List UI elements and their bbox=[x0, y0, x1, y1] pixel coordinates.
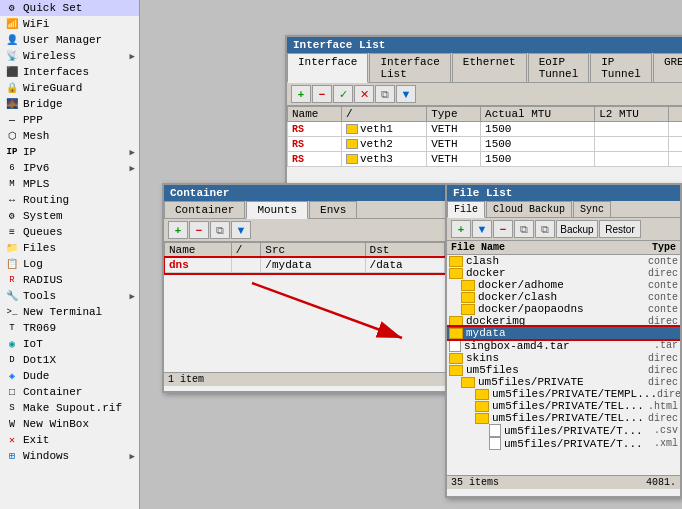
sidebar-item-mesh[interactable]: ⬡ Mesh bbox=[0, 128, 139, 144]
sidebar-item-newterminal[interactable]: >_ New Terminal bbox=[0, 304, 139, 320]
l2mtu-cell bbox=[595, 122, 669, 137]
list-item[interactable]: singbox-amd4.tar .tar bbox=[447, 339, 680, 352]
sidebar-item-files[interactable]: 📁 Files bbox=[0, 240, 139, 256]
sidebar-item-interfaces[interactable]: ⬛ Interfaces bbox=[0, 64, 139, 80]
container-window: Container Container Mounts Envs + − ⧉ ▼ … bbox=[162, 183, 447, 393]
sidebar-item-log[interactable]: 📋 Log bbox=[0, 256, 139, 272]
list-item[interactable]: docker/clash conte bbox=[447, 291, 680, 303]
tab-eoip[interactable]: EoIP Tunnel bbox=[528, 53, 590, 82]
list-item[interactable]: um5files/PRIVATE direc bbox=[447, 376, 680, 388]
remove-mount-button[interactable]: − bbox=[189, 221, 209, 239]
list-item[interactable]: um5files/PRIVATE/T... .xml bbox=[447, 437, 680, 450]
list-item[interactable]: docker/adhome conte bbox=[447, 279, 680, 291]
status-cell: RS bbox=[288, 137, 342, 152]
add-file-button[interactable]: + bbox=[451, 220, 471, 238]
sidebar-item-queues[interactable]: ≡ Queues bbox=[0, 224, 139, 240]
add-button[interactable]: + bbox=[291, 85, 311, 103]
col-type: Type bbox=[427, 107, 481, 122]
col-type: Type bbox=[648, 241, 680, 254]
list-item[interactable]: docker direc bbox=[447, 267, 680, 279]
sidebar-item-container[interactable]: □ Container bbox=[0, 384, 139, 400]
filter-mount-button[interactable]: ▼ bbox=[231, 221, 251, 239]
copy-mount-button[interactable]: ⧉ bbox=[210, 221, 230, 239]
file-type: direc bbox=[648, 377, 678, 388]
list-item[interactable]: skins direc bbox=[447, 352, 680, 364]
tab-container[interactable]: Container bbox=[164, 201, 245, 218]
sidebar-item-newwinbox[interactable]: W New WinBox bbox=[0, 416, 139, 432]
ipv6-arrow: ▶ bbox=[130, 163, 135, 174]
interfaces-icon: ⬛ bbox=[4, 65, 20, 79]
wireguard-icon: 🔒 bbox=[4, 81, 20, 95]
restore-button[interactable]: Restor bbox=[599, 220, 641, 238]
sidebar-item-tr069[interactable]: T TR069 bbox=[0, 320, 139, 336]
table-row[interactable]: RS veth3 VETH 1500 bbox=[288, 152, 683, 167]
tab-ip-tunnel[interactable]: IP Tunnel bbox=[590, 53, 652, 82]
list-item[interactable]: um5files/PRIVATE/TEL... direc bbox=[447, 412, 680, 424]
remove-file-button[interactable]: − bbox=[493, 220, 513, 238]
interface-list-toolbar: + − ✓ ✕ ⧉ ▼ bbox=[287, 83, 682, 106]
table-row[interactable]: dns /mydata /data bbox=[165, 258, 445, 273]
sidebar-item-iot[interactable]: ◉ IoT bbox=[0, 336, 139, 352]
tab-cloud-backup[interactable]: Cloud Backup bbox=[486, 201, 572, 217]
file-type: direc bbox=[648, 316, 678, 327]
tab-envs[interactable]: Envs bbox=[309, 201, 357, 218]
tr069-icon: T bbox=[4, 321, 20, 335]
remove-button[interactable]: − bbox=[312, 85, 332, 103]
list-item[interactable]: um5files/PRIVATE/T... .csv bbox=[447, 424, 680, 437]
copy2-file-button[interactable]: ⧉ bbox=[535, 220, 555, 238]
sidebar-item-routing[interactable]: ↔ Routing bbox=[0, 192, 139, 208]
sidebar-item-quickset[interactable]: ⚙ Quick Set bbox=[0, 0, 139, 16]
sidebar-item-ipv6[interactable]: 6 IPv6 ▶ bbox=[0, 160, 139, 176]
list-item[interactable]: clash conte bbox=[447, 255, 680, 267]
sidebar-item-system[interactable]: ⚙ System bbox=[0, 208, 139, 224]
sidebar-item-wireless[interactable]: 📡 Wireless ▶ bbox=[0, 48, 139, 64]
table-row[interactable]: RS veth2 VETH 1500 bbox=[288, 137, 683, 152]
file-name: docker/clash bbox=[478, 291, 557, 303]
tab-interface[interactable]: Interface bbox=[287, 53, 368, 83]
dropdown-button[interactable]: ▼ bbox=[472, 220, 492, 238]
sidebar-item-bridge[interactable]: 🌉 Bridge bbox=[0, 96, 139, 112]
tab-gre[interactable]: GRE bbox=[653, 53, 682, 82]
sidebar-item-makesupout[interactable]: S Make Supout.rif bbox=[0, 400, 139, 416]
list-item[interactable]: um5files/PRIVATE/TEL... .html bbox=[447, 400, 680, 412]
type-cell: VETH bbox=[427, 152, 481, 167]
list-item[interactable]: docker/paopaodns conte bbox=[447, 303, 680, 315]
sidebar-item-exit[interactable]: ✕ Exit bbox=[0, 432, 139, 448]
tab-sync[interactable]: Sync bbox=[573, 201, 611, 217]
add-mount-button[interactable]: + bbox=[168, 221, 188, 239]
sidebar-item-wireguard[interactable]: 🔒 WireGuard bbox=[0, 80, 139, 96]
sidebar-item-usermanager[interactable]: 👤 User Manager bbox=[0, 32, 139, 48]
sidebar-item-windows[interactable]: ⊞ Windows ▶ bbox=[0, 448, 139, 464]
copy-file-button[interactable]: ⧉ bbox=[514, 220, 534, 238]
tab-interface-list[interactable]: Interface List bbox=[369, 53, 450, 82]
sidebar-item-mpls[interactable]: M MPLS bbox=[0, 176, 139, 192]
list-item[interactable]: dockerimg direc bbox=[447, 315, 680, 327]
tab-mounts[interactable]: Mounts bbox=[246, 201, 308, 219]
tab-file[interactable]: File bbox=[447, 201, 485, 218]
log-icon: 📋 bbox=[4, 257, 20, 271]
sidebar-item-dot1x[interactable]: D Dot1X bbox=[0, 352, 139, 368]
ip-arrow: ▶ bbox=[130, 147, 135, 158]
sidebar-item-wifi[interactable]: 📶 WiFi bbox=[0, 16, 139, 32]
list-item[interactable]: um5files/PRIVATE/TEMPL... direc bbox=[447, 388, 680, 400]
tab-ethernet[interactable]: Ethernet bbox=[452, 53, 527, 82]
file-list-content: clash conte docker direc docker/adhome c… bbox=[447, 255, 680, 475]
enable-button[interactable]: ✓ bbox=[333, 85, 353, 103]
file-name: um5files/PRIVATE bbox=[478, 376, 584, 388]
sidebar-item-tools[interactable]: 🔧 Tools ▶ bbox=[0, 288, 139, 304]
col-filename: File Name bbox=[447, 241, 509, 254]
copy-button[interactable]: ⧉ bbox=[375, 85, 395, 103]
filter-button[interactable]: ▼ bbox=[396, 85, 416, 103]
l2mtu-cell bbox=[595, 137, 669, 152]
sidebar-item-radius[interactable]: R RADIUS bbox=[0, 272, 139, 288]
quickset-icon: ⚙ bbox=[4, 1, 20, 15]
disable-button[interactable]: ✕ bbox=[354, 85, 374, 103]
terminal-icon: >_ bbox=[4, 305, 20, 319]
table-row[interactable]: RS veth1 VETH 1500 bbox=[288, 122, 683, 137]
sidebar-item-ppp[interactable]: — PPP bbox=[0, 112, 139, 128]
list-item[interactable]: um5files direc bbox=[447, 364, 680, 376]
sidebar-item-ip[interactable]: IP IP ▶ bbox=[0, 144, 139, 160]
sidebar-item-dude[interactable]: ◈ Dude bbox=[0, 368, 139, 384]
list-item[interactable]: mydata bbox=[447, 327, 680, 339]
backup-button[interactable]: Backup bbox=[556, 220, 598, 238]
